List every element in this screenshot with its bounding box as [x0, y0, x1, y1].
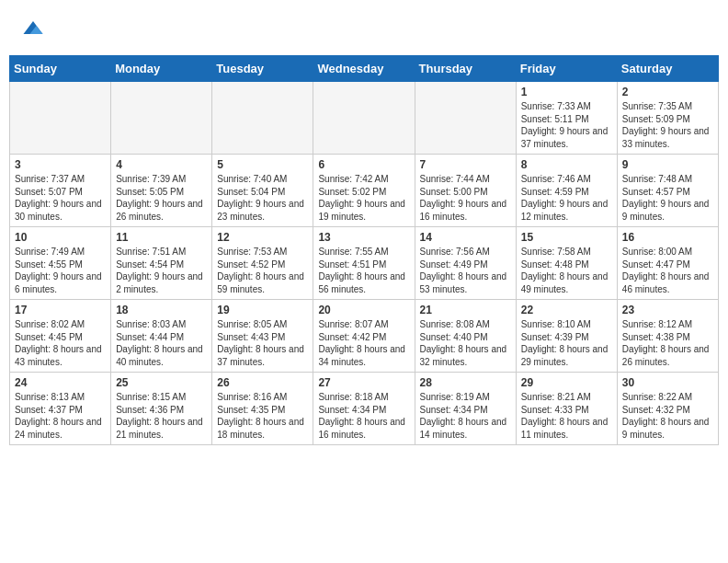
calendar-cell: 12Sunrise: 7:53 AM Sunset: 4:52 PM Dayli… [212, 227, 313, 300]
day-number: 4 [116, 158, 207, 171]
day-info: Sunrise: 7:40 AM Sunset: 5:04 PM Dayligh… [217, 173, 308, 223]
calendar-cell [415, 82, 516, 155]
day-number: 30 [622, 376, 713, 389]
calendar-cell: 27Sunrise: 8:18 AM Sunset: 4:34 PM Dayli… [313, 373, 415, 445]
calendar-week-1: 3Sunrise: 7:37 AM Sunset: 5:07 PM Daylig… [10, 155, 719, 227]
calendar-cell: 16Sunrise: 8:00 AM Sunset: 4:47 PM Dayli… [617, 227, 718, 300]
day-info: Sunrise: 7:51 AM Sunset: 4:54 PM Dayligh… [116, 246, 207, 295]
day-info: Sunrise: 8:02 AM Sunset: 4:45 PM Dayligh… [15, 318, 106, 368]
calendar-cell: 11Sunrise: 7:51 AM Sunset: 4:54 PM Dayli… [111, 227, 212, 300]
day-number: 21 [420, 304, 511, 316]
calendar-cell: 17Sunrise: 8:02 AM Sunset: 4:45 PM Dayli… [10, 300, 111, 373]
day-info: Sunrise: 7:37 AM Sunset: 5:07 PM Dayligh… [15, 173, 106, 223]
calendar-cell: 2Sunrise: 7:35 AM Sunset: 5:09 PM Daylig… [617, 82, 718, 155]
calendar-cell: 20Sunrise: 8:07 AM Sunset: 4:42 PM Dayli… [313, 300, 415, 373]
weekday-header-wednesday: Wednesday [313, 56, 415, 82]
calendar-cell: 19Sunrise: 8:05 AM Sunset: 4:43 PM Dayli… [212, 300, 313, 373]
day-number: 11 [116, 231, 207, 244]
calendar-body: 1Sunrise: 7:33 AM Sunset: 5:11 PM Daylig… [10, 82, 719, 445]
calendar-cell: 8Sunrise: 7:46 AM Sunset: 4:59 PM Daylig… [516, 155, 617, 227]
calendar-cell: 28Sunrise: 8:19 AM Sunset: 4:34 PM Dayli… [415, 373, 516, 445]
weekday-header-saturday: Saturday [617, 56, 718, 82]
day-info: Sunrise: 7:49 AM Sunset: 4:55 PM Dayligh… [15, 246, 106, 295]
day-info: Sunrise: 7:53 AM Sunset: 4:52 PM Dayligh… [217, 246, 308, 295]
day-number: 18 [116, 304, 207, 316]
day-info: Sunrise: 8:00 AM Sunset: 4:47 PM Dayligh… [622, 246, 713, 295]
weekday-header-monday: Monday [111, 56, 212, 82]
day-number: 24 [15, 376, 106, 389]
page-header [0, 0, 728, 48]
calendar-cell: 22Sunrise: 8:10 AM Sunset: 4:39 PM Dayli… [516, 300, 617, 373]
day-number: 16 [622, 231, 713, 244]
calendar-cell: 23Sunrise: 8:12 AM Sunset: 4:38 PM Dayli… [617, 300, 718, 373]
day-number: 15 [521, 231, 612, 244]
day-info: Sunrise: 8:10 AM Sunset: 4:39 PM Dayligh… [521, 318, 612, 368]
calendar-cell: 14Sunrise: 7:56 AM Sunset: 4:49 PM Dayli… [415, 227, 516, 300]
weekday-header-thursday: Thursday [415, 56, 516, 82]
calendar-table: SundayMondayTuesdayWednesdayThursdayFrid… [9, 55, 719, 445]
calendar-cell: 5Sunrise: 7:40 AM Sunset: 5:04 PM Daylig… [212, 155, 313, 227]
calendar-cell: 9Sunrise: 7:48 AM Sunset: 4:57 PM Daylig… [617, 155, 718, 227]
calendar-cell: 18Sunrise: 8:03 AM Sunset: 4:44 PM Dayli… [111, 300, 212, 373]
day-info: Sunrise: 8:08 AM Sunset: 4:40 PM Dayligh… [420, 318, 511, 368]
day-number: 13 [318, 231, 409, 244]
day-info: Sunrise: 8:16 AM Sunset: 4:35 PM Dayligh… [217, 391, 308, 441]
day-number: 23 [622, 304, 713, 316]
day-number: 22 [521, 304, 612, 316]
weekday-header-friday: Friday [516, 56, 617, 82]
calendar-cell: 24Sunrise: 8:13 AM Sunset: 4:37 PM Dayli… [10, 373, 111, 445]
calendar-cell: 21Sunrise: 8:08 AM Sunset: 4:40 PM Dayli… [415, 300, 516, 373]
day-info: Sunrise: 7:44 AM Sunset: 5:00 PM Dayligh… [420, 173, 511, 223]
day-number: 26 [217, 376, 308, 389]
weekday-header-row: SundayMondayTuesdayWednesdayThursdayFrid… [10, 56, 719, 82]
day-number: 8 [521, 158, 612, 171]
day-info: Sunrise: 7:35 AM Sunset: 5:09 PM Dayligh… [622, 100, 713, 150]
day-number: 19 [217, 304, 308, 316]
day-info: Sunrise: 8:15 AM Sunset: 4:36 PM Dayligh… [116, 391, 207, 441]
calendar-cell: 15Sunrise: 7:58 AM Sunset: 4:48 PM Dayli… [516, 227, 617, 300]
calendar-cell: 30Sunrise: 8:22 AM Sunset: 4:32 PM Dayli… [617, 373, 718, 445]
day-info: Sunrise: 7:42 AM Sunset: 5:02 PM Dayligh… [318, 173, 409, 223]
calendar-cell: 4Sunrise: 7:39 AM Sunset: 5:05 PM Daylig… [111, 155, 212, 227]
calendar-cell [111, 82, 212, 155]
day-info: Sunrise: 8:18 AM Sunset: 4:34 PM Dayligh… [318, 391, 409, 441]
calendar-cell: 7Sunrise: 7:44 AM Sunset: 5:00 PM Daylig… [415, 155, 516, 227]
calendar-cell [10, 82, 111, 155]
calendar-week-3: 17Sunrise: 8:02 AM Sunset: 4:45 PM Dayli… [10, 300, 719, 373]
day-info: Sunrise: 7:39 AM Sunset: 5:05 PM Dayligh… [116, 173, 207, 223]
day-info: Sunrise: 8:22 AM Sunset: 4:32 PM Dayligh… [622, 391, 713, 441]
day-number: 10 [15, 231, 106, 244]
calendar-cell: 3Sunrise: 7:37 AM Sunset: 5:07 PM Daylig… [10, 155, 111, 227]
calendar-cell [212, 82, 313, 155]
day-info: Sunrise: 7:56 AM Sunset: 4:49 PM Dayligh… [420, 246, 511, 295]
day-number: 12 [217, 231, 308, 244]
day-info: Sunrise: 8:03 AM Sunset: 4:44 PM Dayligh… [116, 318, 207, 368]
day-info: Sunrise: 8:19 AM Sunset: 4:34 PM Dayligh… [420, 391, 511, 441]
weekday-header-tuesday: Tuesday [212, 56, 313, 82]
day-info: Sunrise: 8:05 AM Sunset: 4:43 PM Dayligh… [217, 318, 308, 368]
day-info: Sunrise: 7:46 AM Sunset: 4:59 PM Dayligh… [521, 173, 612, 223]
weekday-header-sunday: Sunday [10, 56, 111, 82]
calendar-week-4: 24Sunrise: 8:13 AM Sunset: 4:37 PM Dayli… [10, 373, 719, 445]
day-number: 27 [318, 376, 409, 389]
day-number: 1 [521, 86, 612, 98]
calendar-cell: 25Sunrise: 8:15 AM Sunset: 4:36 PM Dayli… [111, 373, 212, 445]
day-info: Sunrise: 7:55 AM Sunset: 4:51 PM Dayligh… [318, 246, 409, 295]
calendar-header: SundayMondayTuesdayWednesdayThursdayFrid… [10, 56, 719, 82]
day-info: Sunrise: 8:21 AM Sunset: 4:33 PM Dayligh… [521, 391, 612, 441]
day-number: 20 [318, 304, 409, 316]
day-number: 17 [15, 304, 106, 316]
day-info: Sunrise: 7:48 AM Sunset: 4:57 PM Dayligh… [622, 173, 713, 223]
day-number: 14 [420, 231, 511, 244]
logo-icon [20, 15, 46, 40]
calendar-week-0: 1Sunrise: 7:33 AM Sunset: 5:11 PM Daylig… [10, 82, 719, 155]
calendar-week-2: 10Sunrise: 7:49 AM Sunset: 4:55 PM Dayli… [10, 227, 719, 300]
calendar-cell: 6Sunrise: 7:42 AM Sunset: 5:02 PM Daylig… [313, 155, 415, 227]
calendar-cell: 1Sunrise: 7:33 AM Sunset: 5:11 PM Daylig… [516, 82, 617, 155]
day-info: Sunrise: 8:07 AM Sunset: 4:42 PM Dayligh… [318, 318, 409, 368]
day-number: 2 [622, 86, 713, 98]
day-number: 9 [622, 158, 713, 171]
calendar-cell: 10Sunrise: 7:49 AM Sunset: 4:55 PM Dayli… [10, 227, 111, 300]
day-number: 3 [15, 158, 106, 171]
day-number: 29 [521, 376, 612, 389]
